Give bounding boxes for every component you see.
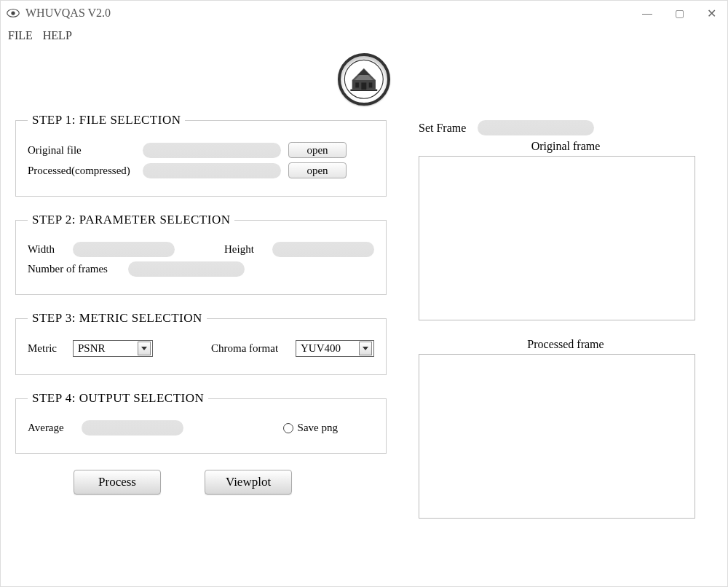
content: STEP 1: FILE SELECTION Original file ope…: [1, 46, 727, 519]
step4-legend: STEP 4: OUTPUT SELECTION: [28, 391, 208, 406]
svg-rect-9: [355, 83, 359, 88]
height-input[interactable]: [272, 242, 374, 257]
minimize-icon: —: [642, 7, 652, 19]
step2-group: STEP 2: PARAMETER SELECTION Width Height…: [15, 213, 387, 295]
dropdown-caret-icon: [138, 342, 151, 355]
menubar: FILE HELP: [1, 25, 727, 46]
original-file-label: Original file: [28, 144, 135, 157]
average-input[interactable]: [82, 420, 183, 436]
maximize-icon: ▢: [675, 7, 684, 19]
app-icon: [7, 8, 20, 18]
original-frame-preview: [419, 156, 695, 320]
logo-area: [15, 53, 713, 106]
close-button[interactable]: ✕: [695, 1, 727, 25]
width-input[interactable]: [73, 242, 175, 257]
maximize-button[interactable]: ▢: [663, 1, 695, 25]
app-title: WHUVQAS V2.0: [25, 7, 111, 20]
svg-rect-10: [369, 83, 373, 88]
processed-file-label: Processed(compressed): [28, 165, 135, 177]
processed-frame-label: Processed frame: [419, 338, 713, 351]
step2-legend: STEP 2: PARAMETER SELECTION: [28, 213, 234, 227]
step3-group: STEP 3: METRIC SELECTION Metric PSNR Chr…: [15, 311, 387, 375]
menu-file[interactable]: FILE: [8, 29, 33, 42]
metric-value: PSNR: [78, 342, 106, 355]
step3-legend: STEP 3: METRIC SELECTION: [28, 311, 207, 326]
titlebar: WHUVQAS V2.0 — ▢ ✕: [1, 1, 727, 25]
svg-point-1: [11, 11, 15, 15]
savepng-label: Save png: [298, 422, 338, 434]
step1-legend: STEP 1: FILE SELECTION: [28, 113, 185, 127]
close-icon: ✕: [707, 7, 716, 20]
chroma-value: YUV400: [301, 342, 341, 355]
processed-open-button[interactable]: open: [288, 162, 347, 178]
metric-select[interactable]: PSNR: [73, 340, 153, 357]
savepng-radio[interactable]: Save png: [283, 422, 338, 434]
left-panel: STEP 1: FILE SELECTION Original file ope…: [15, 113, 387, 519]
viewplot-button[interactable]: Viewplot: [205, 470, 292, 495]
dropdown-caret-icon: [359, 342, 372, 355]
chroma-select[interactable]: YUV400: [296, 340, 374, 357]
numframes-label: Number of frames: [28, 263, 121, 275]
processed-file-input[interactable]: [143, 163, 281, 178]
right-panel: Set Frame Original frame Processed frame: [408, 113, 713, 519]
original-frame-label: Original frame: [419, 140, 713, 153]
svg-rect-8: [362, 83, 367, 90]
height-label: Height: [224, 243, 265, 256]
process-button[interactable]: Process: [74, 470, 161, 495]
svg-rect-11: [351, 90, 378, 91]
width-label: Width: [28, 243, 66, 256]
setframe-label: Set Frame: [419, 122, 466, 135]
action-row: Process Viewplot: [15, 470, 387, 495]
chroma-label: Chroma format: [211, 342, 288, 355]
radio-icon: [283, 423, 293, 433]
average-label: Average: [28, 422, 74, 434]
setframe-input[interactable]: [478, 120, 594, 135]
original-open-button[interactable]: open: [288, 142, 347, 158]
original-file-input[interactable]: [143, 143, 281, 158]
metric-label: Metric: [28, 342, 66, 355]
step1-group: STEP 1: FILE SELECTION Original file ope…: [15, 113, 387, 197]
numframes-input[interactable]: [128, 261, 245, 277]
app-window: WHUVQAS V2.0 — ▢ ✕ FILE HELP: [0, 0, 728, 587]
app-logo: [338, 53, 390, 106]
minimize-button[interactable]: —: [631, 1, 663, 25]
menu-help[interactable]: HELP: [43, 29, 72, 42]
processed-frame-preview: [419, 354, 695, 519]
step4-group: STEP 4: OUTPUT SELECTION Average Save pn…: [15, 391, 387, 454]
